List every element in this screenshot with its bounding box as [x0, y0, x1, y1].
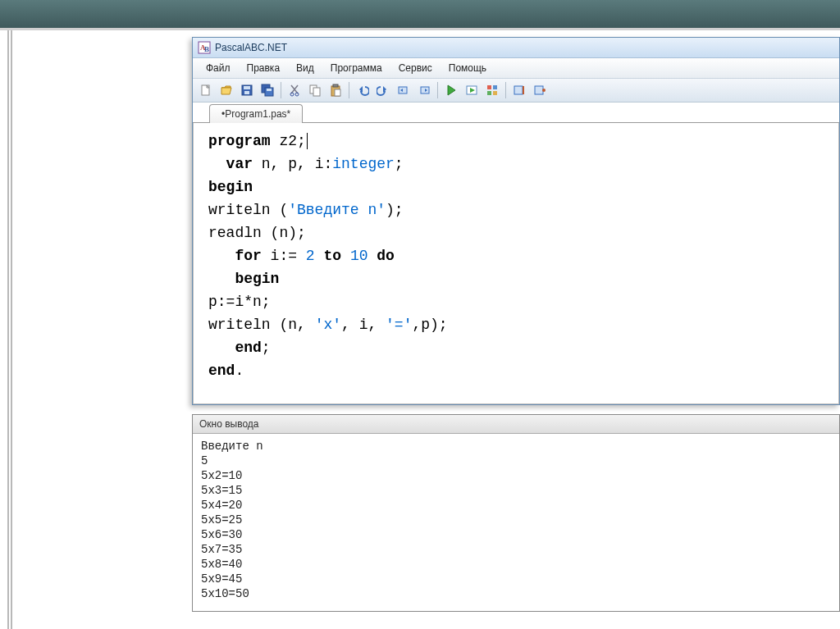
menu-view[interactable]: Вид	[288, 60, 322, 76]
code-text: );	[386, 202, 404, 218]
svg-point-33	[542, 89, 546, 92]
svg-rect-14	[313, 88, 320, 96]
menu-service[interactable]: Сервис	[390, 60, 441, 76]
svg-rect-7	[244, 91, 249, 94]
run-button[interactable]	[441, 80, 461, 100]
run-no-debug-button[interactable]	[462, 80, 482, 100]
keyword: do	[377, 248, 395, 264]
code-text: writeln (n,	[208, 317, 315, 333]
spiral-binding	[0, 30, 18, 629]
code-text: z2;	[271, 133, 306, 149]
keyword: program	[208, 133, 271, 149]
code-text: ;	[395, 156, 404, 172]
nav-back-button[interactable]	[394, 80, 413, 100]
svg-rect-6	[244, 86, 250, 89]
type-name: integer	[332, 156, 395, 172]
svg-rect-30	[493, 91, 497, 95]
compile-button[interactable]	[482, 80, 502, 100]
code-editor[interactable]: program z2; var n, p, i:integer; begin w…	[193, 123, 839, 404]
string-literal: 'Введите n'	[288, 202, 386, 218]
save-button[interactable]	[237, 80, 257, 100]
output-line: 5x5=25	[201, 513, 831, 527]
output-line: Введите n	[201, 439, 831, 454]
copy-button[interactable]	[305, 80, 325, 100]
ide-window: A B PascalABC.NET Файл Правка Вид Програ…	[192, 37, 840, 405]
toolbar-separator	[281, 82, 281, 98]
menu-edit[interactable]: Правка	[239, 60, 289, 76]
code-text	[368, 248, 377, 264]
code-text: p:=i*n;	[208, 294, 271, 310]
code-text: ,p);	[412, 317, 447, 333]
number-literal: 2	[306, 248, 315, 264]
nav-forward-button[interactable]	[414, 80, 434, 100]
output-line: 5x4=20	[201, 498, 831, 513]
keyword: begin	[208, 179, 253, 195]
number-literal: 10	[350, 248, 368, 264]
save-all-button[interactable]	[258, 80, 277, 100]
svg-rect-31	[514, 86, 523, 94]
output-line: 5x6=30	[201, 527, 831, 542]
keyword: for	[235, 248, 261, 264]
keyword: to	[323, 248, 341, 264]
code-text	[315, 248, 324, 264]
new-file-button[interactable]	[196, 80, 216, 100]
tab-strip: •Program1.pas*	[193, 103, 839, 123]
code-text: .	[235, 362, 244, 379]
svg-text:B: B	[204, 45, 209, 53]
menu-help[interactable]: Помощь	[441, 60, 495, 76]
titlebar: A B PascalABC.NET	[193, 38, 839, 58]
text-cursor	[307, 133, 308, 149]
step-into-button[interactable]	[509, 80, 529, 100]
toolbar	[193, 79, 839, 103]
string-literal: 'x'	[315, 317, 341, 333]
keyword: end	[235, 340, 261, 356]
editor-tab[interactable]: •Program1.pas*	[209, 104, 303, 123]
code-text: ;	[262, 340, 271, 356]
presentation-top-bar	[0, 0, 840, 30]
code-text: , i,	[341, 317, 386, 333]
keyword: end	[208, 362, 235, 379]
code-text: n, p, i:	[253, 156, 332, 172]
keyword: begin	[235, 271, 279, 287]
svg-rect-27	[487, 85, 491, 89]
output-line: 5x2=10	[201, 468, 831, 483]
keyword: var	[226, 156, 253, 172]
toolbar-separator	[505, 82, 506, 98]
output-line: 5x10=50	[201, 586, 831, 601]
string-literal: '='	[386, 317, 412, 333]
code-text: readln (n);	[208, 225, 306, 241]
output-body[interactable]: Введите n 5 5x2=10 5x3=15 5x4=20 5x5=25 …	[193, 434, 839, 611]
svg-rect-28	[493, 85, 497, 89]
app-icon: A B	[198, 41, 211, 54]
slide-background: A B PascalABC.NET Файл Правка Вид Програ…	[0, 0, 840, 629]
output-title: Окно вывода	[199, 418, 259, 430]
output-line: 5x3=15	[201, 483, 831, 498]
output-line: 5x8=40	[201, 557, 831, 572]
open-file-button[interactable]	[217, 80, 236, 100]
cut-button[interactable]	[285, 80, 304, 100]
toolbar-separator	[349, 82, 349, 98]
code-text: writeln (	[208, 202, 288, 218]
output-line: 5	[201, 454, 831, 468]
toolbar-separator	[437, 82, 438, 98]
app-title: PascalABC.NET	[215, 42, 287, 53]
svg-rect-16	[333, 84, 338, 87]
slide-area: A B PascalABC.NET Файл Правка Вид Програ…	[18, 30, 840, 629]
output-line: 5x9=45	[201, 572, 831, 586]
undo-button[interactable]	[353, 80, 372, 100]
code-text: i:=	[262, 248, 306, 264]
paste-button[interactable]	[326, 80, 345, 100]
svg-rect-32	[535, 86, 543, 94]
step-over-button[interactable]	[530, 80, 550, 100]
redo-button[interactable]	[373, 80, 393, 100]
menu-program[interactable]: Программа	[322, 60, 390, 76]
svg-marker-24	[448, 85, 455, 95]
output-panel: Окно вывода Введите n 5 5x2=10 5x3=15 5x…	[192, 414, 840, 612]
svg-rect-29	[487, 91, 491, 95]
code-text	[341, 248, 350, 264]
menubar: Файл Правка Вид Программа Сервис Помощь	[193, 58, 839, 79]
menu-file[interactable]: Файл	[198, 60, 239, 76]
svg-rect-10	[267, 89, 272, 91]
svg-rect-17	[335, 89, 340, 96]
tab-label: •Program1.pas*	[221, 108, 290, 120]
